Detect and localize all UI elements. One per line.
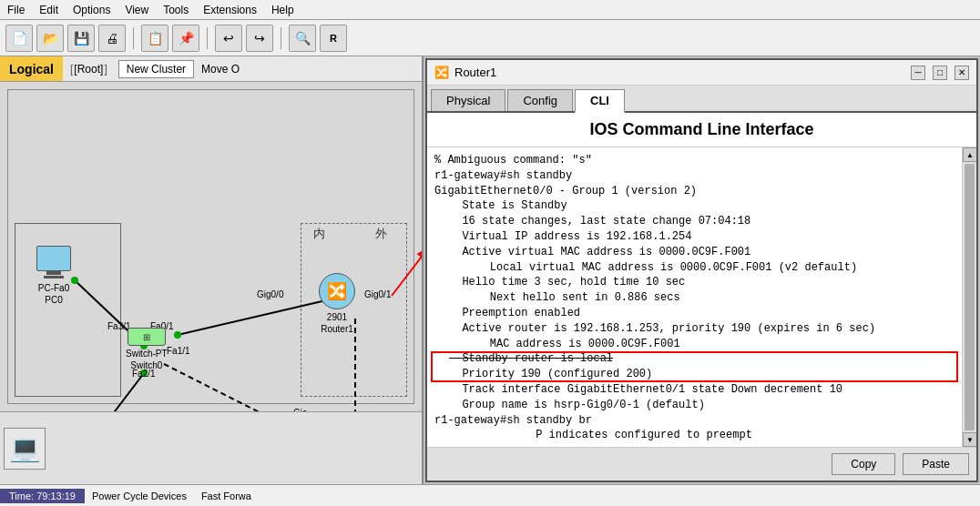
menu-view[interactable]: View — [125, 4, 148, 16]
toolbar-custom[interactable]: R — [320, 25, 347, 52]
new-cluster-button[interactable]: New Cluster — [118, 60, 194, 78]
toolbar: 📄 📂 💾 🖨 📋 📌 ↩ ↪ 🔍 R — [0, 20, 980, 56]
router-title-icon: 🔀 — [434, 66, 449, 79]
toolbar-undo[interactable]: ↩ — [215, 25, 242, 52]
scroll-thumb[interactable] — [965, 164, 975, 430]
root-label: [[Root]] — [63, 61, 115, 77]
cli-button-bar: Copy Paste — [427, 447, 976, 481]
separator-2 — [207, 27, 208, 49]
cli-line-6: Active virtual MAC address is 0000.0C9F.… — [434, 245, 954, 260]
svg-line-3 — [75, 373, 144, 411]
svg-line-5 — [392, 246, 422, 296]
router1-label: 2901Router1 — [321, 311, 353, 335]
outer-area-label: 外 — [373, 226, 389, 242]
iface-gig00: Gig0/0 — [257, 289, 283, 299]
svg-line-1 — [178, 300, 326, 335]
router1-icon: 🔀 — [319, 273, 355, 309]
cli-line-1: r1-gateway#sh standby — [434, 168, 954, 184]
toolbar-paste[interactable]: 📌 — [172, 25, 199, 52]
cli-line-2: GigabitEthernet0/0 - Group 1 (version 2) — [434, 184, 954, 199]
window-controls: ─ □ ✕ — [911, 66, 969, 80]
copy-button[interactable]: Copy — [832, 453, 895, 475]
window-maximize[interactable]: □ — [933, 66, 947, 80]
pc0-label: PC-Fa0PC0 — [38, 282, 69, 306]
cli-line-10: Preemption enabled — [434, 306, 954, 321]
tab-cli[interactable]: CLI — [575, 89, 625, 113]
node-router1[interactable]: 🔀 2901Router1 — [319, 273, 355, 335]
node-switch0[interactable]: ⊞ Switch-PTSwitch0 — [126, 328, 168, 371]
left-panel: Logical [[Root]] New Cluster Move O 内 外 — [0, 56, 424, 484]
router-title: 🔀 Router1 — [434, 66, 496, 79]
router-title-text: Router1 — [454, 66, 496, 79]
logical-header: Logical [[Root]] New Cluster Move O — [0, 56, 422, 82]
cli-wrapper: % Ambiguous command: "s" r1-gateway#sh s… — [427, 147, 976, 447]
window-close[interactable]: ✕ — [954, 66, 969, 80]
menu-edit[interactable]: Edit — [39, 4, 58, 16]
router-title-bar: 🔀 Router1 ─ □ ✕ — [427, 60, 976, 86]
cli-content[interactable]: % Ambiguous command: "s" r1-gateway#sh s… — [427, 147, 962, 447]
cli-line-11: Active router is 192.168.1.253, priority… — [434, 321, 954, 337]
cli-line-3: State is Standby — [434, 198, 954, 214]
cli-line-13: Standby router is local — [434, 351, 954, 367]
tab-bar: Physical Config CLI — [427, 86, 976, 113]
pc0-icon — [36, 246, 71, 271]
switch0-icon: ⊞ — [128, 328, 166, 346]
menu-help[interactable]: Help — [271, 4, 294, 16]
scroll-down-btn[interactable]: ▼ — [963, 432, 976, 447]
menu-extensions[interactable]: Extensions — [203, 4, 257, 16]
router-window: 🔀 Router1 ─ □ ✕ Physical Config CLI IOS … — [425, 58, 978, 482]
cli-line-12: MAC address is 0000.0C9F.F001 — [434, 337, 954, 352]
menu-tools[interactable]: Tools — [163, 4, 189, 16]
iface-fa11: Fa1/1 — [167, 346, 190, 356]
cli-line-18: P indicates configured to preempt — [434, 428, 954, 443]
iface-gic: Gic — [293, 408, 307, 411]
switch0-label: Switch-PTSwitch0 — [126, 348, 168, 371]
cli-line-16: Group name is hsrp-Gig0/0-1 (default) — [434, 398, 954, 413]
inner-area-label: 内 — [311, 226, 327, 242]
toolbar-copy[interactable]: 📋 — [141, 25, 168, 52]
cli-scrollbar[interactable]: ▲ ▼ — [962, 147, 976, 447]
svg-line-2 — [164, 364, 326, 411]
tab-config[interactable]: Config — [507, 89, 573, 111]
toolbar-print[interactable]: 🖨 — [98, 25, 126, 52]
menu-options[interactable]: Options — [73, 4, 110, 16]
sidebar-bottom: 💻 — [0, 411, 422, 484]
toolbar-redo[interactable]: ↪ — [246, 25, 273, 52]
highlighted-section: Standby router is local Priority 190 (co… — [434, 351, 954, 382]
cli-line-8: Hello time 3 sec, hold time 10 sec — [434, 275, 954, 290]
paste-button[interactable]: Paste — [903, 453, 969, 475]
svg-point-8 — [174, 331, 181, 339]
cli-line-5: Virtual IP address is 192.168.1.254 — [434, 229, 954, 245]
tab-physical[interactable]: Physical — [431, 89, 505, 111]
toolbar-new[interactable]: 📄 — [5, 25, 33, 52]
status-action1[interactable]: Power Cycle Devices — [85, 489, 194, 503]
cli-line-14: Priority 190 (configured 200) — [434, 367, 954, 382]
svg-point-10 — [71, 277, 78, 284]
sidebar-device-icon[interactable]: 💻 — [4, 428, 46, 470]
separator-1 — [133, 27, 134, 49]
toolbar-save[interactable]: 💾 — [67, 25, 95, 52]
status-action2[interactable]: Fast Forwa — [194, 489, 259, 503]
cli-line-15: Track interface GigabitEthernet0/1 state… — [434, 382, 954, 398]
cli-line-4: 16 state changes, last state change 07:0… — [434, 214, 954, 229]
menu-bar: File Edit Options View Tools Extensions … — [0, 0, 980, 20]
logical-label[interactable]: Logical — [0, 56, 63, 81]
cli-line-17: r1-gateway#sh standby br — [434, 413, 954, 429]
cli-line-7: Local virtual MAC address is 0000.0C9F.F… — [434, 260, 954, 276]
move-label: Move O — [194, 61, 247, 77]
separator-3 — [281, 27, 281, 49]
cli-line-9: Next hello sent in 0.886 secs — [434, 290, 954, 306]
toolbar-zoom-in[interactable]: 🔍 — [289, 25, 316, 52]
menu-file[interactable]: File — [7, 4, 25, 16]
cli-line-0: % Ambiguous command: "s" — [434, 153, 954, 168]
status-bar: Time: 79:13:19 Power Cycle Devices Fast … — [0, 484, 980, 506]
window-minimize[interactable]: ─ — [911, 66, 925, 80]
scroll-up-btn[interactable]: ▲ — [963, 147, 976, 162]
cli-heading: IOS Command Line Interface — [427, 113, 976, 147]
node-pc0[interactable]: PC-Fa0PC0 — [36, 246, 71, 306]
network-canvas[interactable]: 内 外 — [0, 82, 422, 411]
toolbar-open[interactable]: 📂 — [36, 25, 64, 52]
iface-gig01: Gig0/1 — [364, 289, 391, 299]
status-time: Time: 79:13:19 — [0, 489, 85, 503]
